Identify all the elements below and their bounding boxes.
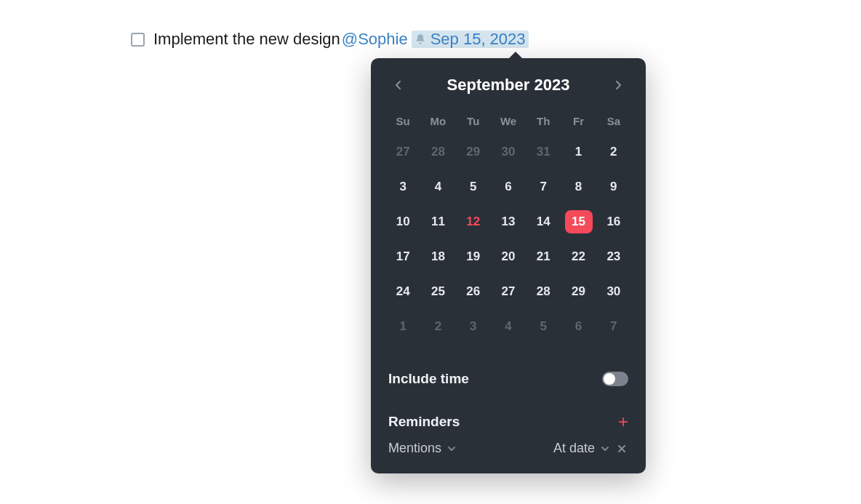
calendar-day[interactable]: 5 bbox=[456, 169, 491, 204]
chevron-down-icon bbox=[601, 445, 609, 452]
reminder-when-label: At date bbox=[553, 441, 595, 456]
calendar-day[interactable]: 2 bbox=[596, 135, 631, 169]
calendar-day[interactable]: 3 bbox=[456, 309, 491, 344]
date-popover: September 2023 SuMoTuWeThFrSa27282930311… bbox=[371, 58, 646, 473]
next-month-button[interactable] bbox=[611, 80, 627, 90]
calendar-day[interactable]: 14 bbox=[526, 204, 561, 239]
dow-label: Mo bbox=[420, 108, 455, 135]
calendar-day[interactable]: 27 bbox=[385, 135, 420, 169]
calendar-day[interactable]: 1 bbox=[385, 309, 420, 344]
calendar-day[interactable]: 21 bbox=[526, 239, 561, 274]
calendar-day[interactable]: 30 bbox=[491, 135, 526, 169]
date-chip-label: Sep 15, 2023 bbox=[430, 31, 526, 47]
reminder-type-label: Mentions bbox=[388, 441, 441, 456]
add-reminder-button[interactable]: + bbox=[618, 413, 628, 431]
chevron-down-icon bbox=[447, 445, 456, 452]
calendar-day[interactable]: 25 bbox=[420, 274, 455, 309]
calendar-title: September 2023 bbox=[406, 76, 611, 95]
calendar-day[interactable]: 2 bbox=[420, 309, 455, 344]
calendar-day[interactable]: 5 bbox=[526, 309, 561, 344]
todo-item: Implement the new design @Sophie Sep 15,… bbox=[131, 31, 529, 48]
calendar-day[interactable]: 9 bbox=[596, 169, 631, 204]
calendar-day[interactable]: 3 bbox=[385, 169, 420, 204]
calendar-day[interactable]: 7 bbox=[596, 309, 631, 344]
bell-icon bbox=[415, 33, 426, 45]
calendar-day[interactable]: 20 bbox=[491, 239, 526, 274]
todo-checkbox[interactable] bbox=[131, 33, 145, 47]
dow-label: Sa bbox=[596, 108, 631, 135]
include-time-toggle[interactable] bbox=[602, 372, 628, 386]
calendar-day[interactable]: 28 bbox=[420, 135, 455, 169]
reminders-header: Reminders + bbox=[371, 400, 646, 436]
dow-label: Fr bbox=[561, 108, 596, 135]
calendar-day[interactable]: 30 bbox=[596, 274, 631, 309]
calendar-day[interactable]: 13 bbox=[491, 204, 526, 239]
remove-reminder-button[interactable] bbox=[615, 444, 628, 454]
calendar-day[interactable]: 16 bbox=[596, 204, 631, 239]
reminder-row: Mentions At date bbox=[371, 436, 646, 473]
calendar-day[interactable]: 6 bbox=[491, 169, 526, 204]
include-time-label: Include time bbox=[388, 371, 469, 387]
calendar-day[interactable]: 28 bbox=[526, 274, 561, 309]
mention-chip[interactable]: @Sophie bbox=[342, 31, 408, 47]
dow-label: We bbox=[491, 108, 526, 135]
reminder-type-select[interactable]: Mentions bbox=[388, 441, 456, 456]
calendar-day[interactable]: 7 bbox=[526, 169, 561, 204]
calendar-day[interactable]: 11 bbox=[420, 204, 455, 239]
calendar-day[interactable]: 22 bbox=[561, 239, 596, 274]
calendar-day[interactable]: 31 bbox=[526, 135, 561, 169]
calendar-day[interactable]: 27 bbox=[491, 274, 526, 309]
calendar-day[interactable]: 6 bbox=[561, 309, 596, 344]
calendar-day[interactable]: 18 bbox=[420, 239, 455, 274]
calendar-day[interactable]: 4 bbox=[420, 169, 455, 204]
date-chip[interactable]: Sep 15, 2023 bbox=[412, 31, 529, 48]
dow-label: Th bbox=[526, 108, 561, 135]
calendar-day[interactable]: 17 bbox=[385, 239, 420, 274]
reminders-label: Reminders bbox=[388, 414, 460, 430]
calendar-day[interactable]: 24 bbox=[385, 274, 420, 309]
calendar-day[interactable]: 12 bbox=[456, 204, 491, 239]
dow-label: Su bbox=[385, 108, 420, 135]
dow-label: Tu bbox=[456, 108, 491, 135]
calendar-day[interactable]: 4 bbox=[491, 309, 526, 344]
todo-text: Implement the new design bbox=[153, 31, 340, 47]
calendar-header: September 2023 bbox=[371, 58, 646, 103]
calendar-day[interactable]: 29 bbox=[561, 274, 596, 309]
calendar-day[interactable]: 8 bbox=[561, 169, 596, 204]
calendar-day[interactable]: 19 bbox=[456, 239, 491, 274]
calendar-day[interactable]: 10 bbox=[385, 204, 420, 239]
calendar-day[interactable]: 1 bbox=[561, 135, 596, 169]
calendar-grid: SuMoTuWeThFrSa27282930311234567891011121… bbox=[371, 103, 646, 351]
calendar-day[interactable]: 23 bbox=[596, 239, 631, 274]
reminder-when-select[interactable]: At date bbox=[553, 441, 609, 456]
calendar-day[interactable]: 26 bbox=[456, 274, 491, 309]
calendar-day[interactable]: 29 bbox=[456, 135, 491, 169]
calendar-day[interactable]: 15 bbox=[561, 204, 596, 239]
prev-month-button[interactable] bbox=[390, 80, 406, 90]
include-time-row: Include time bbox=[371, 352, 646, 400]
